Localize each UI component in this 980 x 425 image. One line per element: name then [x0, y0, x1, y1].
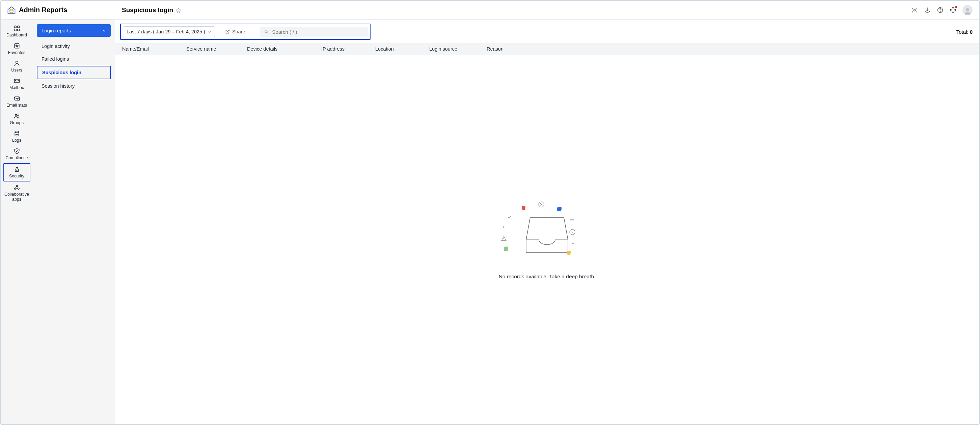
top-header: Admin Reports Suspicious login	[1, 1, 979, 19]
dropdown-label: Login reports	[41, 28, 71, 33]
svg-point-32	[503, 239, 504, 240]
warning-icon	[501, 236, 506, 241]
secondary-nav-dropdown[interactable]: Login reports	[37, 24, 111, 37]
svg-point-18	[15, 131, 19, 133]
question-circle-icon: ?	[569, 229, 575, 235]
svg-rect-25	[522, 206, 525, 210]
page-title: Suspicious login	[122, 6, 173, 14]
sidebar-item-label: Email stats	[6, 103, 27, 108]
sidebar-item-logs[interactable]: Logs	[3, 128, 30, 145]
column-header-name-email[interactable]: Name/Email	[115, 46, 182, 52]
screenshot-icon[interactable]	[911, 7, 918, 13]
total-display: Total: 0	[956, 29, 972, 35]
svg-rect-9	[17, 29, 19, 31]
secondary-nav-item-failed-logins[interactable]: Failed logins	[37, 53, 111, 65]
secondary-nav-item-suspicious-login[interactable]: Suspicious login	[37, 66, 111, 79]
share-button[interactable]: Share	[225, 29, 245, 35]
empty-state-message: No records available. Take a deep breath…	[499, 274, 596, 280]
svg-marker-11	[16, 45, 18, 47]
close-circle-icon	[538, 201, 544, 208]
search-icon	[264, 29, 269, 35]
chevron-down-icon	[208, 30, 211, 33]
column-header-service-name[interactable]: Service name	[182, 46, 243, 52]
svg-point-4	[940, 11, 940, 11]
total-value: 0	[970, 29, 972, 35]
sidebar-item-label: Collaborative apps	[3, 192, 30, 202]
column-header-reason[interactable]: Reason	[482, 46, 979, 52]
secondary-nav-item-session-history[interactable]: Session history	[37, 80, 111, 92]
sidebar-item-label: Groups	[10, 121, 24, 125]
sidebar: Dashboard Favorites Users Mailbox Email …	[1, 19, 33, 424]
sidebar-item-compliance[interactable]: Compliance	[3, 146, 30, 163]
sidebar-item-mailbox[interactable]: Mailbox	[3, 76, 30, 92]
sidebar-item-email-stats[interactable]: Email stats	[3, 93, 30, 110]
sidebar-item-dashboard[interactable]: Dashboard	[3, 23, 30, 40]
sidebar-item-security[interactable]: Security	[3, 163, 30, 181]
column-header-location[interactable]: Location	[371, 46, 425, 52]
green-square-icon	[504, 247, 508, 251]
toolbar-left: Last 7 days ( Jan 29 – Feb 4, 2025 ) Sha…	[120, 24, 371, 40]
sidebar-item-label: Favorites	[8, 50, 25, 56]
avatar[interactable]	[963, 5, 972, 15]
sidebar-item-label: Mailbox	[10, 85, 24, 90]
svg-marker-1	[176, 8, 181, 13]
star-icon[interactable]	[176, 8, 181, 13]
svg-rect-33	[504, 247, 508, 251]
column-header-login-source[interactable]: Login source	[425, 46, 482, 52]
sidebar-item-label: Compliance	[5, 155, 28, 160]
yellow-square-icon	[566, 251, 571, 255]
share-icon	[225, 29, 230, 35]
svg-point-24	[264, 30, 267, 32]
toolbar: Last 7 days ( Jan 29 – Feb 4, 2025 ) Sha…	[115, 19, 979, 43]
share-label: Share	[232, 29, 245, 35]
sidebar-item-label: Dashboard	[6, 33, 27, 38]
sidebar-item-favorites[interactable]: Favorites	[3, 40, 30, 57]
date-range-label: Last 7 days ( Jan 29 – Feb 4, 2025 )	[127, 29, 205, 35]
check-icon	[507, 214, 512, 219]
column-header-ip-address[interactable]: IP address	[317, 46, 371, 52]
search-input[interactable]	[272, 29, 363, 35]
svg-rect-27	[557, 207, 562, 211]
divider	[220, 28, 220, 35]
svg-point-12	[16, 61, 18, 63]
svg-rect-6	[14, 26, 16, 28]
help-icon[interactable]	[937, 7, 943, 13]
svg-rect-34	[566, 251, 571, 255]
download-icon[interactable]	[924, 7, 931, 13]
sidebar-item-users[interactable]: Users	[3, 58, 30, 75]
lines-icon	[570, 219, 574, 222]
svg-point-30	[572, 243, 573, 244]
column-header-device-details[interactable]: Device details	[243, 46, 317, 52]
brand-title: Admin Reports	[19, 6, 67, 14]
page-header-area: Suspicious login	[115, 1, 979, 19]
dot-icon	[572, 243, 574, 244]
dot-icon	[503, 226, 504, 228]
svg-text:?: ?	[571, 230, 573, 234]
svg-point-16	[15, 114, 17, 116]
tray-icon	[525, 217, 569, 254]
sidebar-item-label: Users	[11, 68, 22, 73]
empty-state: ? No records available. Take a deep brea…	[115, 55, 979, 424]
sidebar-item-label: Logs	[12, 138, 21, 143]
svg-point-31	[503, 226, 504, 227]
sidebar-item-collaborative-apps[interactable]: Collaborative apps	[3, 182, 30, 204]
table-header: Name/Email Service name Device details I…	[115, 43, 979, 55]
svg-point-17	[17, 115, 19, 116]
chevron-down-icon	[103, 29, 106, 32]
svg-point-20	[16, 170, 17, 171]
sidebar-item-groups[interactable]: Groups	[3, 111, 30, 127]
search-box[interactable]	[260, 27, 368, 37]
total-label: Total:	[956, 29, 969, 35]
svg-point-5	[966, 8, 969, 11]
brand-logo-icon	[7, 5, 16, 15]
extensions-icon[interactable]	[950, 7, 956, 13]
date-range-dropdown[interactable]: Last 7 days ( Jan 29 – Feb 4, 2025 )	[123, 26, 215, 37]
notification-dot	[955, 6, 958, 8]
blue-square-icon	[557, 207, 562, 211]
secondary-nav: Login reports Login activity Failed logi…	[33, 19, 115, 424]
svg-point-21	[16, 185, 17, 187]
svg-rect-7	[17, 26, 19, 28]
secondary-nav-item-login-activity[interactable]: Login activity	[37, 40, 111, 52]
header-actions	[911, 5, 972, 15]
sidebar-item-label: Security	[9, 174, 24, 179]
